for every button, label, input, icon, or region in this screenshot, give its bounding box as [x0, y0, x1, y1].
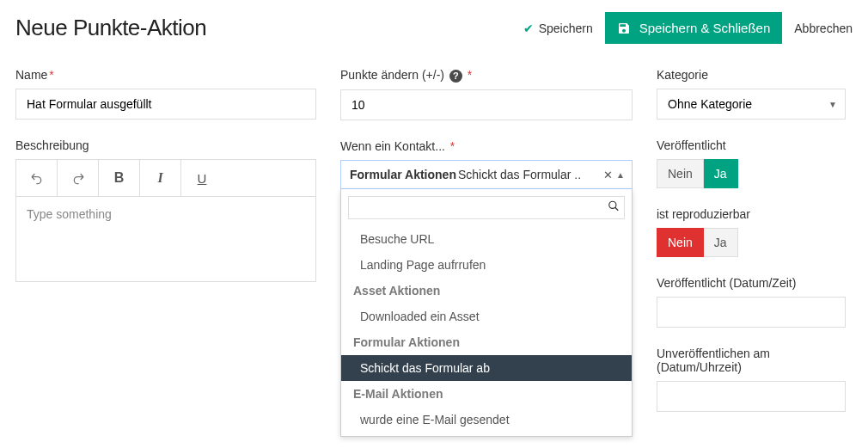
repeatable-label: ist reproduzierbar [657, 207, 846, 221]
required-indicator: * [468, 68, 472, 82]
points-label: Punkte ändern (+/-) ? * [340, 68, 633, 83]
italic-button[interactable]: I [140, 160, 181, 196]
combo-group-header: E-Mail Aktionen [341, 381, 632, 407]
contact-action-combo: Formular AktionenSchickt das Formular ..… [340, 160, 633, 189]
published-no[interactable]: Nein [657, 159, 704, 188]
redo-button[interactable] [58, 160, 99, 196]
check-icon: ✔ [523, 21, 534, 35]
publish-up-input[interactable] [657, 297, 846, 328]
required-indicator: * [49, 68, 53, 82]
combo-group-header: Formular Aktionen [341, 329, 632, 355]
description-input[interactable]: Type something [15, 196, 316, 282]
redo-icon [71, 171, 85, 185]
save-close-label: Speichern & Schließen [639, 21, 771, 35]
rte-toolbar: B I U [15, 159, 316, 196]
combo-group-header: Asset Aktionen [341, 278, 632, 304]
published-toggle: Nein Ja [657, 159, 738, 188]
repeatable-yes[interactable]: Ja [704, 228, 738, 257]
publish-down-label: Unveröffentlichen am (Datum/Uhrzeit) [657, 347, 846, 374]
category-label: Kategorie [657, 68, 846, 82]
page-header: Neue Punkte-Aktion ✔ Speichern Speichern… [15, 12, 853, 44]
page-title: Neue Punkte-Aktion [15, 15, 206, 41]
name-input[interactable] [15, 89, 316, 120]
category-select[interactable] [657, 89, 846, 120]
repeatable-toggle: Nein Ja [657, 228, 738, 257]
header-actions: ✔ Speichern Speichern & Schließen Abbrec… [523, 12, 853, 44]
save-and-close-button[interactable]: Speichern & Schließen [605, 12, 783, 44]
underline-button[interactable]: U [181, 160, 223, 196]
combo-item[interactable]: Landing Page aufrrufen [341, 252, 632, 278]
contact-action-dropdown: Besuche URLLanding Page aufrrufenAsset A… [340, 189, 633, 437]
search-icon [608, 200, 620, 215]
publish-down-input[interactable] [657, 381, 846, 412]
clear-icon[interactable]: ✕ [603, 168, 613, 181]
combo-item[interactable]: wurde eine E-Mail gesendet [341, 407, 632, 433]
combo-item[interactable]: Downloaded ein Asset [341, 304, 632, 329]
undo-icon [30, 171, 44, 185]
combo-item[interactable]: Schickt das Formular ab [341, 355, 632, 381]
name-label: Name* [15, 68, 316, 82]
contact-action-display[interactable]: Formular AktionenSchickt das Formular ..… [340, 160, 633, 189]
repeatable-no[interactable]: Nein [657, 228, 704, 257]
svg-line-1 [615, 207, 619, 211]
description-label: Beschreibung [15, 138, 316, 152]
svg-point-0 [609, 201, 616, 208]
undo-button[interactable] [16, 160, 58, 196]
caret-up-icon: ▲ [616, 169, 625, 179]
save-disk-icon [617, 21, 631, 35]
published-label: Veröffentlicht [657, 138, 846, 152]
publish-up-label: Veröffentlicht (Datum/Zeit) [657, 276, 846, 290]
save-label: Speichern [539, 21, 593, 35]
required-indicator: * [447, 139, 455, 153]
combo-item[interactable]: Besuche URL [341, 226, 632, 252]
published-yes[interactable]: Ja [704, 159, 738, 188]
combo-search-input[interactable] [348, 196, 625, 219]
save-button[interactable]: ✔ Speichern [523, 21, 593, 35]
cancel-button[interactable]: Abbrechen [794, 21, 853, 35]
contact-action-label: Wenn ein Kontakt... * [340, 139, 633, 153]
points-input[interactable] [340, 89, 633, 120]
bold-button[interactable]: B [99, 160, 140, 196]
help-icon[interactable]: ? [449, 70, 462, 83]
